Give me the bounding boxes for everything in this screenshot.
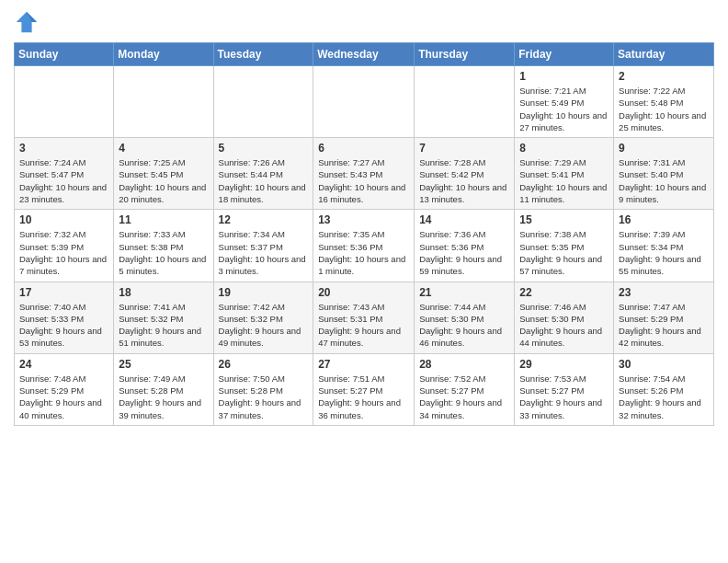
day-cell xyxy=(114,66,213,138)
day-cell: 27Sunrise: 7:51 AMSunset: 5:27 PMDayligh… xyxy=(313,353,415,425)
day-info: Sunrise: 7:52 AMSunset: 5:27 PMDaylight:… xyxy=(419,373,509,421)
day-info: Sunrise: 7:24 AMSunset: 5:47 PMDaylight:… xyxy=(19,156,108,205)
day-cell: 1Sunrise: 7:21 AMSunset: 5:49 PMDaylight… xyxy=(515,66,614,138)
day-info: Sunrise: 7:34 AMSunset: 5:37 PMDaylight:… xyxy=(219,228,309,277)
day-number: 29 xyxy=(519,358,609,371)
day-cell: 19Sunrise: 7:42 AMSunset: 5:32 PMDayligh… xyxy=(213,282,313,353)
week-row-1: 3Sunrise: 7:24 AMSunset: 5:47 PMDaylight… xyxy=(15,138,714,210)
day-cell: 10Sunrise: 7:32 AMSunset: 5:39 PMDayligh… xyxy=(15,210,114,282)
day-info: Sunrise: 7:27 AMSunset: 5:43 PMDaylight:… xyxy=(318,156,409,205)
day-cell: 16Sunrise: 7:39 AMSunset: 5:34 PMDayligh… xyxy=(614,210,714,282)
day-cell: 14Sunrise: 7:36 AMSunset: 5:36 PMDayligh… xyxy=(415,210,515,282)
week-row-2: 10Sunrise: 7:32 AMSunset: 5:39 PMDayligh… xyxy=(15,210,714,282)
day-number: 7 xyxy=(419,142,509,155)
day-number: 25 xyxy=(119,358,208,371)
day-number: 18 xyxy=(119,286,208,299)
day-cell: 30Sunrise: 7:54 AMSunset: 5:26 PMDayligh… xyxy=(614,353,714,425)
day-cell: 6Sunrise: 7:27 AMSunset: 5:43 PMDaylight… xyxy=(313,138,415,210)
day-info: Sunrise: 7:43 AMSunset: 5:31 PMDaylight:… xyxy=(318,301,409,350)
day-info: Sunrise: 7:35 AMSunset: 5:36 PMDaylight:… xyxy=(318,228,409,277)
header-tuesday: Tuesday xyxy=(213,43,313,66)
day-number: 27 xyxy=(318,358,409,371)
day-info: Sunrise: 7:47 AMSunset: 5:29 PMDaylight:… xyxy=(619,301,709,350)
day-cell: 4Sunrise: 7:25 AMSunset: 5:45 PMDaylight… xyxy=(114,138,213,210)
day-info: Sunrise: 7:40 AMSunset: 5:33 PMDaylight:… xyxy=(19,301,108,350)
day-cell: 28Sunrise: 7:52 AMSunset: 5:27 PMDayligh… xyxy=(415,353,515,425)
header-thursday: Thursday xyxy=(415,43,515,66)
day-number: 14 xyxy=(419,213,509,226)
day-number: 26 xyxy=(219,358,309,371)
day-info: Sunrise: 7:41 AMSunset: 5:32 PMDaylight:… xyxy=(119,301,208,350)
day-number: 16 xyxy=(619,213,709,226)
day-info: Sunrise: 7:49 AMSunset: 5:28 PMDaylight:… xyxy=(119,373,208,421)
day-number: 12 xyxy=(219,213,309,226)
day-cell: 25Sunrise: 7:49 AMSunset: 5:28 PMDayligh… xyxy=(114,353,213,425)
day-cell: 18Sunrise: 7:41 AMSunset: 5:32 PMDayligh… xyxy=(114,282,213,353)
day-info: Sunrise: 7:33 AMSunset: 5:38 PMDaylight:… xyxy=(119,228,208,277)
day-number: 9 xyxy=(619,142,709,155)
day-info: Sunrise: 7:50 AMSunset: 5:28 PMDaylight:… xyxy=(219,373,309,421)
day-info: Sunrise: 7:38 AMSunset: 5:35 PMDaylight:… xyxy=(519,228,609,277)
day-number: 24 xyxy=(19,358,108,371)
day-number: 17 xyxy=(19,286,108,299)
day-number: 15 xyxy=(519,213,609,226)
day-number: 22 xyxy=(519,286,609,299)
day-cell: 26Sunrise: 7:50 AMSunset: 5:28 PMDayligh… xyxy=(213,353,313,425)
day-info: Sunrise: 7:31 AMSunset: 5:40 PMDaylight:… xyxy=(619,156,709,205)
day-cell: 8Sunrise: 7:29 AMSunset: 5:41 PMDaylight… xyxy=(515,138,614,210)
day-info: Sunrise: 7:53 AMSunset: 5:27 PMDaylight:… xyxy=(519,373,609,421)
day-cell: 12Sunrise: 7:34 AMSunset: 5:37 PMDayligh… xyxy=(213,210,313,282)
header-wednesday: Wednesday xyxy=(313,43,415,66)
day-cell xyxy=(313,66,415,138)
day-cell: 2Sunrise: 7:22 AMSunset: 5:48 PMDaylight… xyxy=(614,66,714,138)
day-cell xyxy=(15,66,114,138)
day-number: 30 xyxy=(619,358,709,371)
day-number: 2 xyxy=(619,70,709,83)
day-number: 13 xyxy=(318,213,409,226)
day-info: Sunrise: 7:36 AMSunset: 5:36 PMDaylight:… xyxy=(419,228,509,277)
header xyxy=(14,9,714,35)
day-number: 5 xyxy=(219,142,309,155)
day-info: Sunrise: 7:44 AMSunset: 5:30 PMDaylight:… xyxy=(419,301,509,350)
day-cell: 11Sunrise: 7:33 AMSunset: 5:38 PMDayligh… xyxy=(114,210,213,282)
day-number: 4 xyxy=(119,142,208,155)
day-number: 28 xyxy=(419,358,509,371)
day-cell: 7Sunrise: 7:28 AMSunset: 5:42 PMDaylight… xyxy=(415,138,515,210)
day-number: 10 xyxy=(19,213,108,226)
calendar-table: SundayMondayTuesdayWednesdayThursdayFrid… xyxy=(14,42,714,426)
day-info: Sunrise: 7:26 AMSunset: 5:44 PMDaylight:… xyxy=(219,156,309,205)
day-cell xyxy=(415,66,515,138)
day-number: 1 xyxy=(519,70,609,83)
day-cell: 3Sunrise: 7:24 AMSunset: 5:47 PMDaylight… xyxy=(15,138,114,210)
day-cell: 21Sunrise: 7:44 AMSunset: 5:30 PMDayligh… xyxy=(415,282,515,353)
day-info: Sunrise: 7:21 AMSunset: 5:49 PMDaylight:… xyxy=(519,85,609,133)
day-cell: 5Sunrise: 7:26 AMSunset: 5:44 PMDaylight… xyxy=(213,138,313,210)
week-row-4: 24Sunrise: 7:48 AMSunset: 5:29 PMDayligh… xyxy=(15,353,714,425)
day-cell: 17Sunrise: 7:40 AMSunset: 5:33 PMDayligh… xyxy=(15,282,114,353)
week-row-0: 1Sunrise: 7:21 AMSunset: 5:49 PMDaylight… xyxy=(15,66,714,138)
day-info: Sunrise: 7:39 AMSunset: 5:34 PMDaylight:… xyxy=(619,228,709,277)
day-number: 8 xyxy=(519,142,609,155)
day-cell: 13Sunrise: 7:35 AMSunset: 5:36 PMDayligh… xyxy=(313,210,415,282)
calendar-header-row: SundayMondayTuesdayWednesdayThursdayFrid… xyxy=(15,43,714,66)
day-info: Sunrise: 7:42 AMSunset: 5:32 PMDaylight:… xyxy=(219,301,309,350)
day-cell: 9Sunrise: 7:31 AMSunset: 5:40 PMDaylight… xyxy=(614,138,714,210)
logo-icon xyxy=(14,9,40,35)
day-cell: 24Sunrise: 7:48 AMSunset: 5:29 PMDayligh… xyxy=(15,353,114,425)
week-row-3: 17Sunrise: 7:40 AMSunset: 5:33 PMDayligh… xyxy=(15,282,714,353)
header-saturday: Saturday xyxy=(614,43,714,66)
day-cell: 29Sunrise: 7:53 AMSunset: 5:27 PMDayligh… xyxy=(515,353,614,425)
header-friday: Friday xyxy=(515,43,614,66)
day-info: Sunrise: 7:51 AMSunset: 5:27 PMDaylight:… xyxy=(318,373,409,421)
day-cell: 15Sunrise: 7:38 AMSunset: 5:35 PMDayligh… xyxy=(515,210,614,282)
day-cell: 22Sunrise: 7:46 AMSunset: 5:30 PMDayligh… xyxy=(515,282,614,353)
day-number: 23 xyxy=(619,286,709,299)
day-info: Sunrise: 7:48 AMSunset: 5:29 PMDaylight:… xyxy=(19,373,108,421)
day-number: 3 xyxy=(19,142,108,155)
day-info: Sunrise: 7:25 AMSunset: 5:45 PMDaylight:… xyxy=(119,156,208,205)
day-info: Sunrise: 7:46 AMSunset: 5:30 PMDaylight:… xyxy=(519,301,609,350)
day-number: 6 xyxy=(318,142,409,155)
day-info: Sunrise: 7:28 AMSunset: 5:42 PMDaylight:… xyxy=(419,156,509,205)
header-monday: Monday xyxy=(114,43,213,66)
day-cell xyxy=(213,66,313,138)
